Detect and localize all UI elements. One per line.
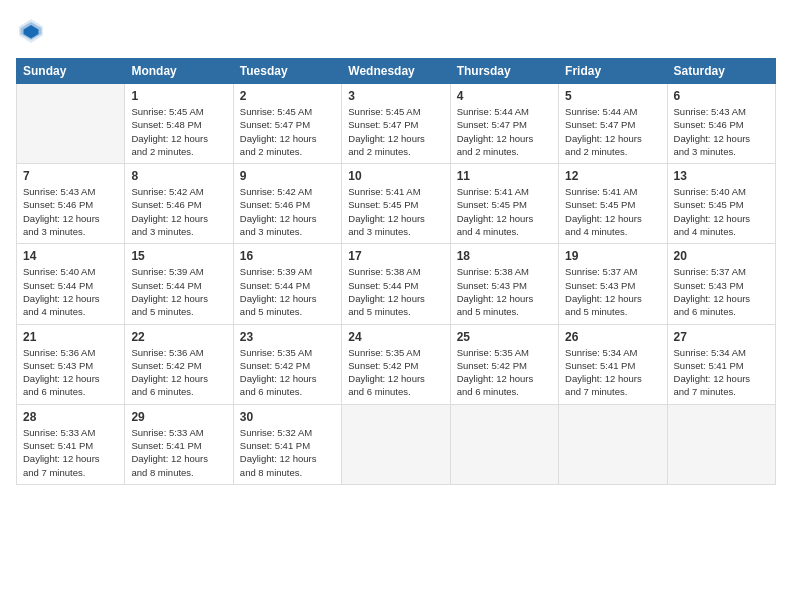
- day-number: 10: [348, 169, 443, 183]
- day-number: 30: [240, 410, 335, 424]
- calendar-cell: 5Sunrise: 5:44 AM Sunset: 5:47 PM Daylig…: [559, 84, 667, 164]
- day-number: 19: [565, 249, 660, 263]
- day-number: 24: [348, 330, 443, 344]
- calendar-cell: 7Sunrise: 5:43 AM Sunset: 5:46 PM Daylig…: [17, 164, 125, 244]
- calendar-table: SundayMondayTuesdayWednesdayThursdayFrid…: [16, 58, 776, 485]
- day-info: Sunrise: 5:42 AM Sunset: 5:46 PM Dayligh…: [131, 185, 226, 238]
- calendar-cell: [450, 404, 558, 484]
- calendar-cell: 15Sunrise: 5:39 AM Sunset: 5:44 PM Dayli…: [125, 244, 233, 324]
- day-info: Sunrise: 5:39 AM Sunset: 5:44 PM Dayligh…: [240, 265, 335, 318]
- day-info: Sunrise: 5:38 AM Sunset: 5:44 PM Dayligh…: [348, 265, 443, 318]
- day-number: 2: [240, 89, 335, 103]
- day-number: 15: [131, 249, 226, 263]
- day-info: Sunrise: 5:45 AM Sunset: 5:47 PM Dayligh…: [240, 105, 335, 158]
- weekday-header-saturday: Saturday: [667, 59, 775, 84]
- day-info: Sunrise: 5:32 AM Sunset: 5:41 PM Dayligh…: [240, 426, 335, 479]
- day-number: 12: [565, 169, 660, 183]
- calendar-cell: 8Sunrise: 5:42 AM Sunset: 5:46 PM Daylig…: [125, 164, 233, 244]
- calendar-cell: 1Sunrise: 5:45 AM Sunset: 5:48 PM Daylig…: [125, 84, 233, 164]
- day-number: 1: [131, 89, 226, 103]
- day-info: Sunrise: 5:38 AM Sunset: 5:43 PM Dayligh…: [457, 265, 552, 318]
- day-info: Sunrise: 5:35 AM Sunset: 5:42 PM Dayligh…: [457, 346, 552, 399]
- calendar-cell: 22Sunrise: 5:36 AM Sunset: 5:42 PM Dayli…: [125, 324, 233, 404]
- weekday-header-sunday: Sunday: [17, 59, 125, 84]
- day-info: Sunrise: 5:45 AM Sunset: 5:47 PM Dayligh…: [348, 105, 443, 158]
- day-number: 14: [23, 249, 118, 263]
- calendar-cell: 14Sunrise: 5:40 AM Sunset: 5:44 PM Dayli…: [17, 244, 125, 324]
- day-number: 3: [348, 89, 443, 103]
- day-number: 21: [23, 330, 118, 344]
- calendar-cell: 9Sunrise: 5:42 AM Sunset: 5:46 PM Daylig…: [233, 164, 341, 244]
- calendar-cell: 18Sunrise: 5:38 AM Sunset: 5:43 PM Dayli…: [450, 244, 558, 324]
- calendar-cell: 19Sunrise: 5:37 AM Sunset: 5:43 PM Dayli…: [559, 244, 667, 324]
- calendar-cell: 12Sunrise: 5:41 AM Sunset: 5:45 PM Dayli…: [559, 164, 667, 244]
- day-info: Sunrise: 5:36 AM Sunset: 5:42 PM Dayligh…: [131, 346, 226, 399]
- week-row-2: 7Sunrise: 5:43 AM Sunset: 5:46 PM Daylig…: [17, 164, 776, 244]
- calendar-cell: 4Sunrise: 5:44 AM Sunset: 5:47 PM Daylig…: [450, 84, 558, 164]
- day-number: 7: [23, 169, 118, 183]
- day-number: 13: [674, 169, 769, 183]
- day-info: Sunrise: 5:37 AM Sunset: 5:43 PM Dayligh…: [674, 265, 769, 318]
- day-number: 11: [457, 169, 552, 183]
- day-info: Sunrise: 5:39 AM Sunset: 5:44 PM Dayligh…: [131, 265, 226, 318]
- calendar-cell: 20Sunrise: 5:37 AM Sunset: 5:43 PM Dayli…: [667, 244, 775, 324]
- calendar-cell: 23Sunrise: 5:35 AM Sunset: 5:42 PM Dayli…: [233, 324, 341, 404]
- day-number: 25: [457, 330, 552, 344]
- week-row-5: 28Sunrise: 5:33 AM Sunset: 5:41 PM Dayli…: [17, 404, 776, 484]
- day-info: Sunrise: 5:35 AM Sunset: 5:42 PM Dayligh…: [348, 346, 443, 399]
- day-info: Sunrise: 5:33 AM Sunset: 5:41 PM Dayligh…: [131, 426, 226, 479]
- weekday-header-wednesday: Wednesday: [342, 59, 450, 84]
- day-info: Sunrise: 5:42 AM Sunset: 5:46 PM Dayligh…: [240, 185, 335, 238]
- day-info: Sunrise: 5:36 AM Sunset: 5:43 PM Dayligh…: [23, 346, 118, 399]
- calendar-cell: 3Sunrise: 5:45 AM Sunset: 5:47 PM Daylig…: [342, 84, 450, 164]
- day-number: 20: [674, 249, 769, 263]
- day-number: 26: [565, 330, 660, 344]
- day-info: Sunrise: 5:35 AM Sunset: 5:42 PM Dayligh…: [240, 346, 335, 399]
- day-number: 29: [131, 410, 226, 424]
- weekday-header-row: SundayMondayTuesdayWednesdayThursdayFrid…: [17, 59, 776, 84]
- day-info: Sunrise: 5:34 AM Sunset: 5:41 PM Dayligh…: [674, 346, 769, 399]
- weekday-header-monday: Monday: [125, 59, 233, 84]
- week-row-4: 21Sunrise: 5:36 AM Sunset: 5:43 PM Dayli…: [17, 324, 776, 404]
- day-info: Sunrise: 5:40 AM Sunset: 5:44 PM Dayligh…: [23, 265, 118, 318]
- day-info: Sunrise: 5:33 AM Sunset: 5:41 PM Dayligh…: [23, 426, 118, 479]
- calendar-cell: 24Sunrise: 5:35 AM Sunset: 5:42 PM Dayli…: [342, 324, 450, 404]
- calendar-cell: 28Sunrise: 5:33 AM Sunset: 5:41 PM Dayli…: [17, 404, 125, 484]
- calendar-cell: 2Sunrise: 5:45 AM Sunset: 5:47 PM Daylig…: [233, 84, 341, 164]
- day-info: Sunrise: 5:45 AM Sunset: 5:48 PM Dayligh…: [131, 105, 226, 158]
- day-number: 5: [565, 89, 660, 103]
- day-info: Sunrise: 5:44 AM Sunset: 5:47 PM Dayligh…: [457, 105, 552, 158]
- weekday-header-thursday: Thursday: [450, 59, 558, 84]
- calendar-cell: [559, 404, 667, 484]
- calendar-cell: 16Sunrise: 5:39 AM Sunset: 5:44 PM Dayli…: [233, 244, 341, 324]
- weekday-header-tuesday: Tuesday: [233, 59, 341, 84]
- day-number: 16: [240, 249, 335, 263]
- day-number: 22: [131, 330, 226, 344]
- calendar-cell: 10Sunrise: 5:41 AM Sunset: 5:45 PM Dayli…: [342, 164, 450, 244]
- day-number: 8: [131, 169, 226, 183]
- calendar-cell: 29Sunrise: 5:33 AM Sunset: 5:41 PM Dayli…: [125, 404, 233, 484]
- calendar-cell: 26Sunrise: 5:34 AM Sunset: 5:41 PM Dayli…: [559, 324, 667, 404]
- day-number: 4: [457, 89, 552, 103]
- calendar-cell: [342, 404, 450, 484]
- page-header: [16, 16, 776, 46]
- day-info: Sunrise: 5:41 AM Sunset: 5:45 PM Dayligh…: [457, 185, 552, 238]
- calendar-cell: 25Sunrise: 5:35 AM Sunset: 5:42 PM Dayli…: [450, 324, 558, 404]
- day-number: 23: [240, 330, 335, 344]
- day-number: 27: [674, 330, 769, 344]
- day-info: Sunrise: 5:43 AM Sunset: 5:46 PM Dayligh…: [674, 105, 769, 158]
- day-number: 28: [23, 410, 118, 424]
- calendar-cell: 11Sunrise: 5:41 AM Sunset: 5:45 PM Dayli…: [450, 164, 558, 244]
- calendar-cell: 13Sunrise: 5:40 AM Sunset: 5:45 PM Dayli…: [667, 164, 775, 244]
- day-number: 18: [457, 249, 552, 263]
- day-info: Sunrise: 5:40 AM Sunset: 5:45 PM Dayligh…: [674, 185, 769, 238]
- calendar-cell: 17Sunrise: 5:38 AM Sunset: 5:44 PM Dayli…: [342, 244, 450, 324]
- calendar-cell: 21Sunrise: 5:36 AM Sunset: 5:43 PM Dayli…: [17, 324, 125, 404]
- day-info: Sunrise: 5:34 AM Sunset: 5:41 PM Dayligh…: [565, 346, 660, 399]
- calendar-cell: [667, 404, 775, 484]
- week-row-1: 1Sunrise: 5:45 AM Sunset: 5:48 PM Daylig…: [17, 84, 776, 164]
- week-row-3: 14Sunrise: 5:40 AM Sunset: 5:44 PM Dayli…: [17, 244, 776, 324]
- calendar-cell: 30Sunrise: 5:32 AM Sunset: 5:41 PM Dayli…: [233, 404, 341, 484]
- logo: [16, 16, 52, 46]
- day-info: Sunrise: 5:44 AM Sunset: 5:47 PM Dayligh…: [565, 105, 660, 158]
